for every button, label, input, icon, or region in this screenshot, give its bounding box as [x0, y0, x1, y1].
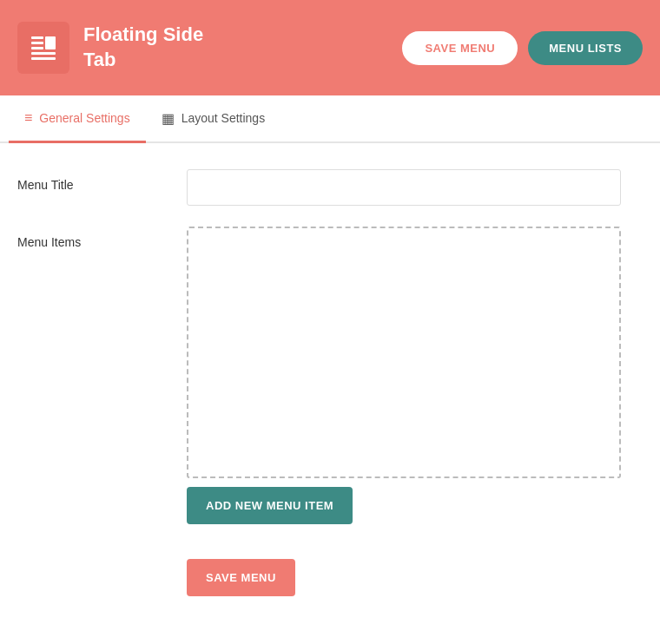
svg-rect-0 [31, 36, 43, 39]
main-content: Menu Title Menu Items ADD NEW MENU ITEM … [0, 143, 660, 644]
app-title: Floating Side Tab [83, 23, 203, 72]
header-branding: Floating Side Tab [17, 22, 203, 74]
menu-title-row: Menu Title [17, 169, 643, 206]
bottom-save-menu-button[interactable]: SAVE MENU [187, 559, 295, 596]
tab-layout-settings-label: Layout Settings [182, 111, 266, 125]
bottom-save-row: SAVE MENU [17, 559, 643, 596]
svg-rect-1 [31, 42, 43, 44]
menu-lists-button[interactable]: MENU LISTS [528, 31, 643, 65]
menu-title-label: Menu Title [17, 169, 187, 192]
tab-general-settings[interactable]: ≡ General Settings [9, 95, 146, 143]
header-actions: SAVE MENU MENU LISTS [402, 31, 643, 65]
tab-layout-settings[interactable]: ▦ Layout Settings [146, 95, 281, 143]
tab-general-settings-label: General Settings [39, 111, 129, 125]
general-settings-icon: ≡ [24, 110, 32, 126]
app-logo [17, 22, 69, 74]
svg-rect-2 [31, 47, 43, 49]
layout-settings-icon: ▦ [162, 110, 175, 127]
menu-items-row: Menu Items ADD NEW MENU ITEM [17, 227, 643, 524]
menu-items-field: ADD NEW MENU ITEM [187, 227, 643, 524]
svg-rect-3 [45, 36, 56, 49]
svg-rect-4 [31, 52, 56, 55]
menu-title-input[interactable] [187, 169, 621, 206]
add-new-menu-item-button[interactable]: ADD NEW MENU ITEM [187, 487, 353, 524]
save-menu-button[interactable]: SAVE MENU [402, 31, 518, 65]
menu-title-field [187, 169, 643, 206]
menu-items-area [187, 227, 621, 478]
menu-items-label: Menu Items [17, 227, 187, 249]
svg-rect-5 [31, 57, 56, 60]
tabs-navigation: ≡ General Settings ▦ Layout Settings [0, 95, 660, 143]
app-header: Floating Side Tab SAVE MENU MENU LISTS [0, 0, 660, 95]
